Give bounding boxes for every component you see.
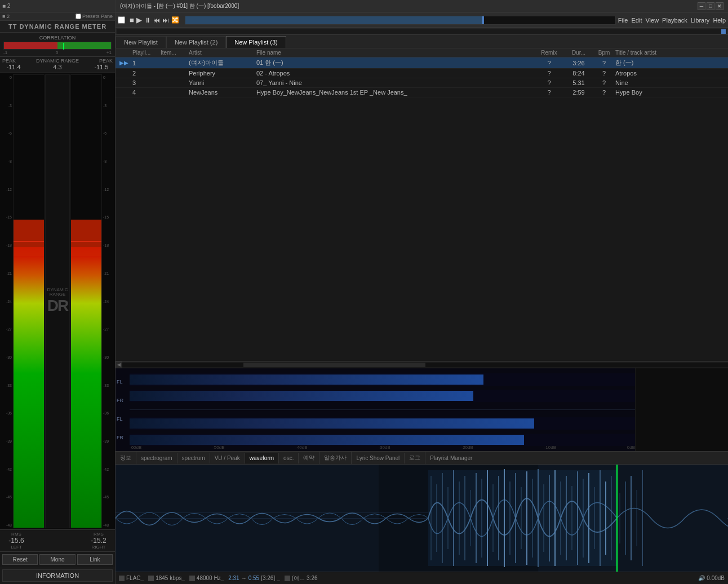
tab-playlist-3[interactable]: New Playlist (3)	[226, 36, 286, 48]
rms-left-channel: LEFT	[2, 545, 30, 550]
track-dur-3: 5:31	[565, 79, 593, 86]
meter-left	[13, 74, 45, 528]
track-title-3: Nine	[615, 79, 728, 86]
spectrum-fl-top-bar	[130, 375, 483, 385]
controls-row: Reset Mono Link	[0, 551, 115, 567]
prev-button[interactable]: ⏮	[153, 16, 160, 24]
reset-button[interactable]: Reset	[2, 554, 38, 565]
track-row-2[interactable]: 2 Periphery 02 - Atropos ? 8:24 ? Atropo…	[116, 69, 728, 78]
vis-scroll-thumb[interactable]	[243, 363, 425, 367]
track-filename-1: 01 한 (一)	[256, 59, 534, 67]
left-window-title: ■ 2	[2, 3, 10, 9]
vis-scroll-track[interactable]	[122, 363, 728, 367]
progress-fill	[185, 16, 482, 24]
correlation-scale: -1 0 +1	[3, 50, 112, 55]
time-arrow: →	[241, 575, 247, 581]
track-row-4[interactable]: 4 NewJeans Hype Boy_NewJeans_NewJeans 1s…	[116, 88, 728, 97]
col-header-bpm: Bpm	[593, 50, 615, 56]
menu-items: File Edit View Playback Library Help	[618, 17, 726, 24]
track-num-3: 3	[132, 79, 161, 86]
vis-scroll-left[interactable]: ◀	[116, 362, 122, 368]
tab-spectrogram[interactable]: spectrogram	[136, 453, 177, 463]
bitrate-icon	[148, 576, 154, 581]
tab-playlist-2[interactable]: New Playlist (2)	[166, 36, 226, 48]
information-button[interactable]: INFORMATION	[2, 569, 113, 582]
progress-handle[interactable]	[482, 16, 484, 24]
spectrum-right-panel	[635, 368, 728, 451]
minimize-button[interactable]: ─	[698, 2, 705, 10]
track-row-3[interactable]: 3 Yanni 07_ Yanni - Nine ? 5:31 ? Nine	[116, 78, 728, 88]
status-sample-rate: 48000 Hz_	[189, 575, 224, 581]
mono-button[interactable]: Mono	[39, 554, 75, 565]
col-header-filename: File name	[256, 50, 534, 56]
menu-playback[interactable]: Playback	[662, 17, 687, 24]
stop-button[interactable]: ■	[130, 16, 134, 24]
track-row-1[interactable]: ▶▶ 1 (여자)아이들 01 한 (一) ? 3:26 ? 한 (一)	[116, 57, 728, 69]
waveform-svg	[116, 465, 728, 572]
track-bpm-3: ?	[593, 79, 615, 86]
window-title: (여자)아이들 - [한 (一) #01] 한 (一) [foobar2000]	[120, 2, 693, 10]
track-filename-3: 07_ Yanni - Nine	[256, 79, 534, 86]
panel-num: ■ 2	[2, 14, 10, 19]
spectrum-fr-top	[130, 390, 635, 402]
vu-scale-left: 0 -3 -6 -8 -12 -15 -18 -21 -24 -27 -30 -…	[1, 74, 12, 528]
presets-pane-control[interactable]: Presets Pane	[76, 14, 113, 19]
scale-30: -30dB	[378, 445, 390, 450]
right-panel: ■ ▶ ⏸ ⏮ ⏭ 🔀 File Edit View Play	[116, 12, 728, 584]
col-header-num	[116, 50, 132, 56]
scroll-track[interactable]	[117, 29, 727, 34]
presets-pane-checkbox[interactable]	[118, 16, 125, 24]
vis-scrollbar[interactable]: ◀	[116, 362, 728, 368]
menu-help[interactable]: Help	[713, 17, 726, 24]
tab-osc[interactable]: osc.	[279, 453, 299, 463]
scale-10: -10dB	[544, 445, 556, 450]
progress-bar[interactable]	[185, 16, 616, 25]
rms-right-value: -15.2	[85, 537, 113, 545]
scroll-thumb[interactable]	[721, 29, 726, 34]
close-button[interactable]: ✕	[716, 2, 723, 10]
spectrum-bars: -60dB -50dB -40dB -30dB -20dB -10dB 0dB	[130, 368, 635, 451]
tab-log[interactable]: 로그	[405, 452, 425, 464]
spectrum-scale-labels: -60dB -50dB -40dB -30dB -20dB -10dB 0dB	[130, 445, 635, 450]
correlation-neg-bar	[4, 42, 57, 49]
next-button[interactable]: ⏭	[162, 16, 169, 24]
rms-left-block: RMS -15.6 LEFT	[2, 532, 30, 550]
tab-playlist-1[interactable]: New Playlist	[116, 36, 166, 48]
tab-lyric-show[interactable]: Lyric Show Panel	[352, 453, 405, 463]
menu-edit[interactable]: Edit	[631, 17, 642, 24]
tab-reserve[interactable]: 예약	[299, 452, 319, 464]
visualizer-section: ◀ FL FR FL FR	[116, 361, 728, 451]
tab-info[interactable]: 정보	[116, 452, 136, 464]
rms-right-block: RMS -15.2 RIGHT	[85, 532, 113, 550]
fr-label-top: FR	[117, 398, 128, 403]
tab-vu-peak[interactable]: VU / Peak	[210, 453, 245, 463]
scroll-bar[interactable]	[116, 28, 728, 35]
spectrum-fr-bot-bar	[130, 435, 524, 445]
play-button[interactable]: ▶	[136, 16, 142, 24]
tab-lyrics[interactable]: 알송가사	[319, 452, 352, 464]
presets-checkbox[interactable]	[76, 14, 81, 19]
maximize-button[interactable]: □	[707, 2, 714, 10]
presets-pane-label: Presets Pane	[82, 14, 113, 19]
menu-view[interactable]: View	[645, 17, 659, 24]
spectrum-fl-top	[130, 373, 635, 386]
pause-button[interactable]: ⏸	[144, 16, 151, 24]
track-bpm-2: ?	[593, 70, 615, 77]
shuffle-button[interactable]: 🔀	[171, 16, 179, 24]
col-header-artist: Artist	[189, 50, 256, 56]
track-num-4: 4	[132, 89, 161, 96]
col-header-dur: Dur...	[565, 50, 593, 56]
fr-label-bot: FR	[117, 435, 128, 440]
format-icon	[119, 576, 125, 581]
menu-file[interactable]: File	[618, 17, 628, 24]
tab-playlist-mgr[interactable]: Playrist Manager	[425, 453, 477, 463]
link-button[interactable]: Link	[77, 554, 113, 565]
spectrum-fl-bot	[130, 417, 635, 430]
track-remix-4: ?	[534, 89, 565, 96]
tab-waveform[interactable]: waveform	[245, 453, 279, 463]
spectrum-fr-bot	[130, 434, 635, 446]
correlation-section: CORRELATION -1 0 +1	[0, 33, 115, 57]
menu-library[interactable]: Library	[691, 17, 710, 24]
tab-spectrum[interactable]: spectrum	[177, 453, 210, 463]
col-header-remix: Remix	[534, 50, 565, 56]
